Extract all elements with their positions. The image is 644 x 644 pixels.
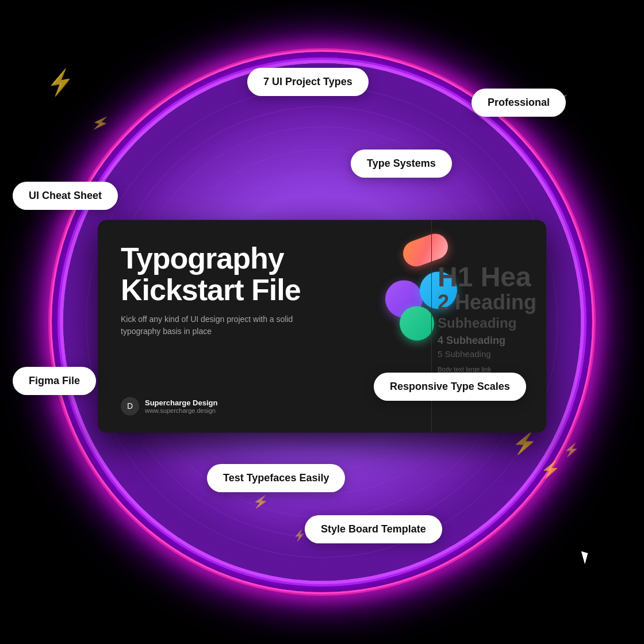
card-title: Typography Kickstart File [121, 243, 339, 305]
pill-type-systems[interactable]: Type Systems [351, 150, 452, 178]
body-large-link: Body text large link [438, 366, 540, 373]
pill-professional[interactable]: Professional [471, 89, 566, 117]
h1-preview: H1 Hea [438, 263, 540, 291]
pill-ui-project-types[interactable]: 7 UI Project Types [247, 68, 369, 96]
green-circle [400, 306, 434, 340]
pill-figma-file[interactable]: Figma File [13, 367, 96, 395]
scene: ⚡ ⚡ ⚡ ⚡ ⚡ ⚡ ⚡ ⚡ Typography Kickstart Fil… [0, 0, 644, 644]
brand-name: Supercharge Design [145, 398, 217, 407]
bolt-5: ⚡ [540, 460, 561, 479]
h4-preview: 4 Subheading [438, 335, 540, 347]
bolt-4: ⚡ [512, 431, 538, 455]
bolt-1: ⚡ [44, 67, 76, 98]
h3-preview: Subheading [438, 315, 540, 332]
bolt-6: ⚡ [564, 443, 579, 458]
card-left-panel: Typography Kickstart File Kick off any k… [98, 220, 362, 432]
brand-text-block: Supercharge Design www.supercharge.desig… [145, 398, 217, 414]
card-brand: D Supercharge Design www.supercharge.des… [121, 397, 339, 415]
pill-responsive-type-scales[interactable]: Responsive Type Scales [374, 373, 526, 401]
cursor-icon [578, 551, 588, 564]
brand-url: www.supercharge.design [145, 407, 217, 414]
pill-test-typefaces[interactable]: Test Typefaces Easily [207, 464, 345, 492]
bolt-7: ⚡ [252, 494, 269, 510]
h2-preview: 2 Heading [438, 292, 540, 313]
pill-ui-cheat-sheet[interactable]: UI Cheat Sheet [13, 182, 118, 210]
pill-style-board-template[interactable]: Style Board Template [305, 515, 442, 543]
h5-preview: 5 Subheading [438, 350, 540, 359]
card-subtitle: Kick off any kind of UI design project w… [121, 314, 316, 338]
brand-icon: D [121, 397, 139, 415]
bolt-2: ⚡ [90, 113, 111, 133]
